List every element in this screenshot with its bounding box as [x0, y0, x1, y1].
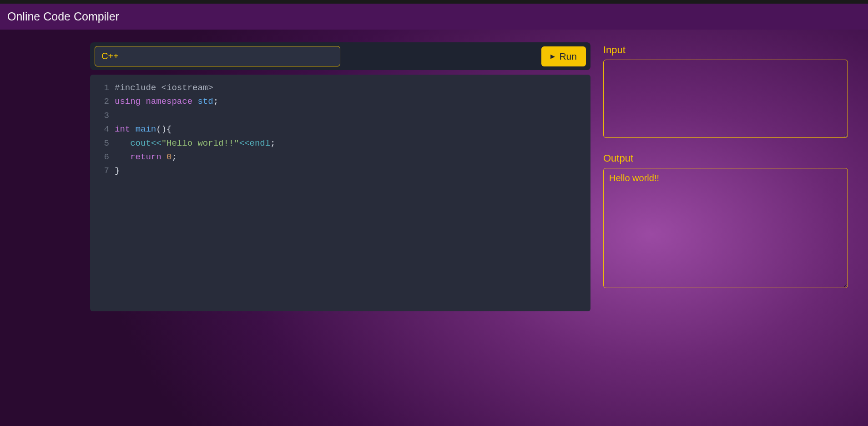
code-line: 2using namespace std; — [90, 95, 590, 108]
top-border — [0, 0, 868, 4]
editor-panel: C++ ▶ Run 1#include <iostream>2using nam… — [90, 42, 590, 311]
editor-toolbar: C++ ▶ Run — [90, 42, 590, 70]
io-panel: Input Output — [603, 42, 848, 311]
code-content: return 0; — [115, 150, 177, 164]
run-button[interactable]: ▶ Run — [541, 46, 586, 66]
line-number: 2 — [90, 95, 115, 108]
input-label: Input — [603, 44, 848, 56]
main-container: C++ ▶ Run 1#include <iostream>2using nam… — [20, 30, 848, 324]
line-number: 1 — [90, 81, 115, 95]
output-textarea[interactable] — [603, 168, 848, 288]
code-content: using namespace std; — [115, 95, 218, 108]
code-content: #include <iostream> — [115, 81, 213, 95]
language-select[interactable]: C++ — [95, 46, 340, 66]
code-line: 5 cout<<"Hello world!!"<<endl; — [90, 137, 590, 150]
code-content: cout<<"Hello world!!"<<endl; — [115, 137, 276, 150]
line-number: 3 — [90, 109, 115, 122]
play-icon: ▶ — [550, 53, 555, 60]
code-line: 1#include <iostream> — [90, 81, 590, 95]
app-title: Online Code Compiler — [7, 10, 861, 23]
line-number: 4 — [90, 122, 115, 136]
code-content: int main(){ — [115, 122, 172, 136]
code-line: 7} — [90, 164, 590, 178]
code-line: 4int main(){ — [90, 122, 590, 136]
code-line: 3 — [90, 109, 590, 122]
app-header: Online Code Compiler — [0, 4, 868, 30]
line-number: 7 — [90, 164, 115, 178]
input-textarea[interactable] — [603, 60, 848, 138]
code-editor[interactable]: 1#include <iostream>2using namespace std… — [90, 75, 590, 311]
run-button-label: Run — [559, 51, 577, 62]
code-content: } — [115, 164, 120, 178]
line-number: 6 — [90, 150, 115, 164]
output-label: Output — [603, 152, 848, 164]
code-content — [115, 109, 120, 122]
line-number: 5 — [90, 137, 115, 150]
code-line: 6 return 0; — [90, 150, 590, 164]
